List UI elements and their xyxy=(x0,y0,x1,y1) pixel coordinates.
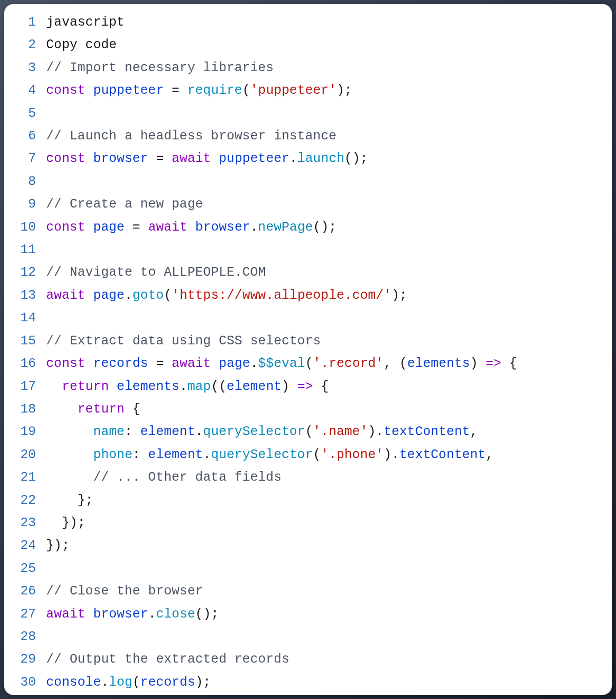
code-line: 5 xyxy=(4,102,612,125)
code-token: . xyxy=(179,379,187,394)
code-line: 17 return elements.map((element) => { xyxy=(4,376,612,398)
code-token: // Launch a headless browser instance xyxy=(46,129,337,143)
code-line: 27await browser.close(); xyxy=(4,603,612,626)
code-token: elements xyxy=(407,356,470,371)
code-token: puppeteer xyxy=(219,151,290,166)
line-number: 20 xyxy=(4,444,46,466)
code-content: return elements.map((element) => { xyxy=(46,376,612,398)
code-line: 26// Close the browser xyxy=(4,580,612,603)
code-line: 29// Output the extracted records xyxy=(4,648,612,671)
line-number: 22 xyxy=(4,489,46,512)
code-token xyxy=(148,151,156,166)
line-number: 25 xyxy=(4,558,46,580)
code-token: '.phone' xyxy=(321,447,384,462)
code-token xyxy=(46,447,93,462)
code-content: const records = await page.$$eval('.reco… xyxy=(46,353,612,375)
code-token: ( xyxy=(313,447,321,462)
code-token: await xyxy=(148,220,188,235)
code-line: 12// Navigate to ALLPEOPLE.COM xyxy=(4,261,612,284)
code-token: textContent xyxy=(399,447,485,462)
code-token: (); xyxy=(195,607,219,622)
code-token: return xyxy=(62,379,109,394)
code-content: // Launch a headless browser instance xyxy=(46,125,612,148)
code-content: // Extract data using CSS selectors xyxy=(46,330,612,353)
code-token: const xyxy=(46,220,86,235)
line-number: 16 xyxy=(4,353,46,375)
code-line: 19 name: element.querySelector('.name').… xyxy=(4,421,612,443)
code-token xyxy=(46,493,77,508)
code-token: = xyxy=(172,83,179,98)
code-line: 4const puppeteer = require('puppeteer'); xyxy=(4,79,612,102)
code-token: ( xyxy=(133,675,140,690)
code-token: page xyxy=(93,288,125,303)
code-token: : xyxy=(125,424,140,439)
code-token: const xyxy=(46,151,86,166)
code-token: element xyxy=(227,379,281,394)
line-number: 12 xyxy=(4,261,46,284)
code-token: await xyxy=(172,356,211,371)
code-token xyxy=(86,607,93,622)
code-content: await browser.close(); xyxy=(46,603,612,626)
code-line: 1javascript xyxy=(4,11,612,34)
code-token: = xyxy=(156,151,163,166)
code-token: browser xyxy=(195,220,250,235)
code-token xyxy=(148,356,156,371)
code-token xyxy=(211,151,219,166)
code-content: return { xyxy=(46,398,612,421)
code-token xyxy=(164,151,172,166)
code-line: 13await page.goto('https://www.allpeople… xyxy=(4,284,612,307)
code-line: 10const page = await browser.newPage(); xyxy=(4,216,612,239)
code-token xyxy=(46,470,93,485)
code-token: { xyxy=(125,402,140,417)
code-line: 30console.log(records); xyxy=(4,671,612,694)
code-content: // Output the extracted records xyxy=(46,648,612,671)
code-token xyxy=(179,83,187,98)
code-line: 16const records = await page.$$eval('.re… xyxy=(4,353,612,375)
code-line: 9// Create a new page xyxy=(4,193,612,216)
code-token: ). xyxy=(384,447,400,462)
line-number: 19 xyxy=(4,421,46,443)
code-token: puppeteer xyxy=(93,83,164,98)
code-token: element xyxy=(148,447,203,462)
code-token: . xyxy=(101,675,109,690)
line-number: 7 xyxy=(4,148,46,170)
code-token: querySelector xyxy=(203,424,305,439)
code-content: // ... Other data fields xyxy=(46,466,612,489)
line-number: 6 xyxy=(4,125,46,148)
line-number: 8 xyxy=(4,171,46,193)
code-token: ( xyxy=(164,288,172,303)
code-token: // Close the browser xyxy=(46,584,203,599)
code-token: phone xyxy=(93,447,133,462)
code-token: }); xyxy=(62,516,86,530)
code-line: 11 xyxy=(4,239,612,261)
code-token: , xyxy=(470,424,478,439)
line-number: 29 xyxy=(4,648,46,671)
code-token: querySelector xyxy=(211,447,313,462)
code-content: const browser = await puppeteer.launch()… xyxy=(46,148,612,170)
code-content xyxy=(46,626,612,648)
code-token: (); xyxy=(344,151,368,166)
code-content: // Create a new page xyxy=(46,193,612,216)
code-token: 'puppeteer' xyxy=(250,83,336,98)
code-token: . xyxy=(290,151,297,166)
code-content: javascript xyxy=(46,11,612,34)
code-line: 28 xyxy=(4,626,612,648)
code-token: await xyxy=(46,607,86,622)
code-token: log xyxy=(109,675,133,690)
code-token: Copy code xyxy=(46,37,117,52)
line-number: 11 xyxy=(4,239,46,261)
code-token: { xyxy=(501,356,517,371)
code-token: textContent xyxy=(384,424,470,439)
code-content: phone: element.querySelector('.phone').t… xyxy=(46,444,612,466)
code-token: . xyxy=(203,447,211,462)
line-number: 28 xyxy=(4,626,46,648)
code-token xyxy=(86,151,93,166)
line-number: 23 xyxy=(4,512,46,534)
code-token xyxy=(86,83,93,98)
code-line: 8 xyxy=(4,171,612,193)
code-token: 'https://www.allpeople.com/' xyxy=(172,288,392,303)
code-token: javascript xyxy=(46,15,125,30)
code-token: . xyxy=(148,607,156,622)
code-token: const xyxy=(46,83,86,98)
code-token: . xyxy=(125,288,132,303)
